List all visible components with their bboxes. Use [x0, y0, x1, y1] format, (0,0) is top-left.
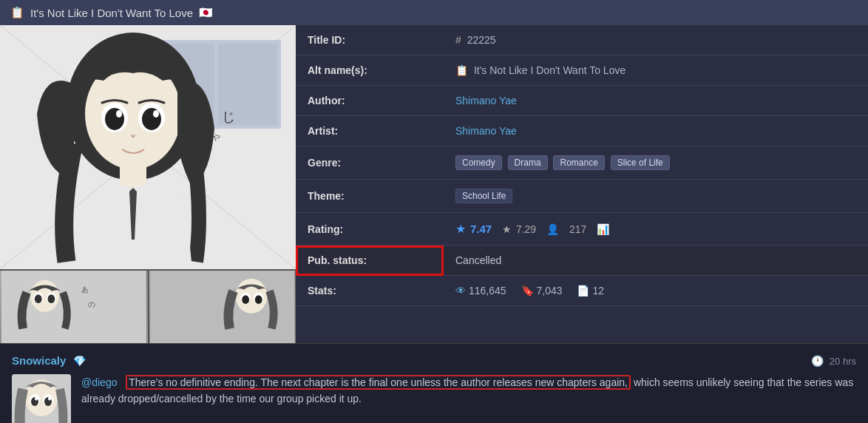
hash-symbol: # — [455, 34, 461, 46]
comment-body: @diego There's no definitive ending. The… — [12, 374, 856, 423]
pub-status-value: Cancelled — [444, 246, 868, 276]
thumbnail-left: あ の — [0, 271, 149, 343]
genre-label: Genre: — [296, 146, 444, 180]
page-title: It's Not Like I Don't Want To Love — [30, 7, 193, 19]
alt-names-row: Alt name(s): 📋 It's Not Like I Don't Wan… — [296, 55, 868, 86]
info-table: Title ID: # 22225 Alt name(s): 📋 It's No… — [296, 25, 868, 306]
comment-text: @diego There's no definitive ending. The… — [81, 374, 856, 407]
svg-point-22 — [35, 294, 42, 303]
svg-point-13 — [116, 110, 122, 118]
chapters-icon: 📄 — [577, 285, 589, 297]
comment-time-area: 🕐 20 hrs — [811, 355, 856, 367]
cover-thumbnails: あ の — [0, 269, 296, 343]
alt-name-text: It's Not Like I Don't Want To Love — [474, 64, 625, 76]
pub-status-label: Pub. status: — [296, 246, 444, 276]
title-id-row: Title ID: # 22225 — [296, 25, 868, 55]
alt-name-icon: 📋 — [455, 64, 468, 76]
theme-badge-school[interactable]: School Life — [455, 189, 512, 203]
pub-status-row: Pub. status: Cancelled — [296, 246, 868, 276]
svg-point-38 — [35, 397, 38, 401]
page-header: 📋 It's Not Like I Don't Want To Love 🇯🇵 — [0, 0, 868, 25]
stats-values: 👁 116,645 🔖 7,043 📄 12 — [444, 276, 868, 306]
chart-icon[interactable]: 📊 — [597, 223, 609, 235]
diamond-icon: 💎 — [73, 355, 86, 367]
title-id-label: Title ID: — [296, 25, 444, 55]
svg-point-39 — [48, 397, 51, 401]
comment-header: Snowicaly 💎 🕐 20 hrs — [12, 354, 856, 367]
rating-users-count: 217 — [569, 223, 586, 235]
comment-mention[interactable]: @diego — [81, 376, 117, 388]
alt-names-value: 📋 It's Not Like I Don't Want To Love — [444, 55, 868, 86]
svg-point-23 — [47, 294, 55, 303]
svg-point-30 — [242, 295, 249, 304]
artist-label: Artist: — [296, 116, 444, 146]
comment-username[interactable]: Snowicaly — [12, 354, 66, 367]
flag-icon: 🇯🇵 — [199, 6, 213, 19]
pub-status-cancelled: Cancelled — [455, 254, 501, 266]
cover-main-image: じ ゃ — [0, 25, 296, 269]
comment-time: 20 hrs — [830, 356, 856, 367]
thumbnail-right — [149, 271, 296, 343]
info-panel: Title ID: # 22225 Alt name(s): 📋 It's No… — [296, 25, 868, 343]
theme-label: Theme: — [296, 180, 444, 213]
comment-user-area: Snowicaly 💎 — [12, 354, 86, 367]
svg-text:じ: じ — [222, 109, 235, 124]
author-value[interactable]: Shimano Yae — [444, 86, 868, 116]
bookmarks-count: 7,043 — [537, 285, 563, 297]
genre-badge-romance[interactable]: Romance — [553, 155, 604, 170]
stat-views: 👁 116,645 — [455, 285, 506, 297]
stats-row: Stats: 👁 116,645 🔖 7,043 📄 12 — [296, 276, 868, 306]
stat-chapters: 📄 12 — [577, 285, 604, 297]
svg-text:の: の — [88, 300, 95, 308]
comment-section: Snowicaly 💎 🕐 20 hrs — [0, 344, 868, 423]
star-gray-icon: ★ — [502, 223, 512, 235]
star-blue-icon: ★ — [455, 223, 466, 235]
rating-label: Rating: — [296, 213, 444, 246]
user-avatar — [12, 374, 71, 423]
bookmark-icon: 🔖 — [521, 285, 534, 297]
svg-point-14 — [153, 110, 159, 118]
genre-badge-comedy[interactable]: Comedy — [455, 155, 502, 170]
title-id-value: # 22225 — [444, 25, 868, 55]
stats-label: Stats: — [296, 276, 444, 306]
svg-point-12 — [142, 108, 161, 130]
alt-names-label: Alt name(s): — [296, 55, 444, 86]
svg-text:あ: あ — [81, 285, 89, 294]
title-id-number: 22225 — [467, 34, 496, 46]
rating-users-icon: 👤 — [546, 223, 559, 235]
stat-bookmarks: 🔖 7,043 — [521, 285, 563, 297]
artist-row: Artist: Shimano Yae — [296, 116, 868, 146]
rating-main-value: 7.47 — [470, 223, 492, 235]
rating-values: ★ 7.47 ★ 7.29 👤 217 📊 — [444, 213, 868, 246]
header-icon: 📋 — [10, 6, 24, 19]
views-count: 116,645 — [469, 285, 506, 297]
genre-badges: Comedy Drama Romance Slice of Life — [444, 146, 868, 180]
clock-icon: 🕐 — [811, 355, 824, 367]
author-row: Author: Shimano Yae — [296, 86, 868, 116]
rating-secondary-value: 7.29 — [516, 223, 536, 235]
author-label: Author: — [296, 86, 444, 116]
cover-section: じ ゃ あ の — [0, 25, 296, 343]
chapters-count: 12 — [592, 285, 604, 297]
artist-value[interactable]: Shimano Yae — [444, 116, 868, 146]
comment-highlighted-text: There's no definitive ending. The next c… — [126, 375, 631, 390]
genre-row: Genre: Comedy Drama Romance Slice of Lif… — [296, 146, 868, 180]
rating-row: Rating: ★ 7.47 ★ 7.29 👤 217 📊 — [296, 213, 868, 246]
svg-point-31 — [254, 295, 262, 304]
svg-text:ゃ: ゃ — [211, 131, 221, 142]
eye-icon: 👁 — [455, 285, 466, 297]
genre-badge-drama[interactable]: Drama — [508, 155, 548, 170]
svg-point-11 — [105, 108, 124, 130]
theme-row: Theme: School Life — [296, 180, 868, 213]
theme-badges: School Life — [444, 180, 868, 213]
main-content: じ ゃ あ の — [0, 25, 868, 344]
genre-badge-slice[interactable]: Slice of Life — [611, 155, 670, 170]
